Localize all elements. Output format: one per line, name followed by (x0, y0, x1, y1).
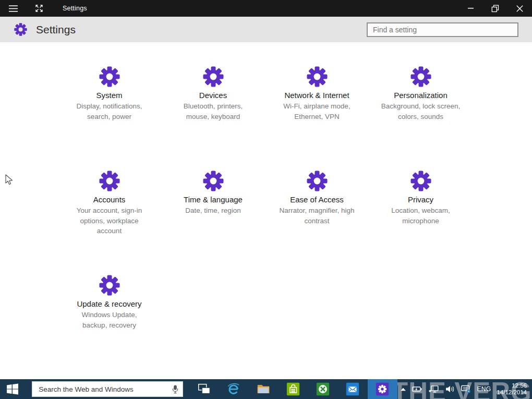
tile-privacy[interactable]: Privacy Location, webcam, microphone (369, 171, 473, 275)
tray-expand-button[interactable] (397, 379, 409, 399)
settings-content: System Display, notifications, search, p… (0, 42, 532, 379)
tile-description: Your account, sign-in options, workplace… (70, 205, 149, 236)
hamburger-menu-button[interactable] (4, 0, 22, 17)
gear-icon (410, 66, 431, 87)
taskbar-search-box[interactable] (32, 381, 183, 397)
expand-button[interactable] (30, 0, 48, 17)
gear-icon (307, 171, 328, 191)
mail-icon (345, 382, 360, 396)
app-header: Settings (0, 17, 532, 42)
tile-description: Narrator, magnifier, high contrast (271, 205, 364, 226)
clock[interactable]: 12:56 14/12/2014 (497, 382, 527, 396)
internet-explorer-icon (226, 382, 241, 396)
clock-time: 12:56 (497, 382, 527, 389)
settings-gear-icon (14, 23, 27, 36)
titlebar: Settings (0, 0, 532, 17)
settings-tile-grid: System Display, notifications, search, p… (57, 66, 473, 379)
store-button[interactable] (279, 379, 308, 399)
minimize-button[interactable] (458, 0, 483, 17)
xbox-button[interactable] (308, 379, 338, 399)
tile-label: Time & language (184, 195, 243, 204)
tile-label: Devices (199, 91, 227, 100)
expand-arrows-icon (35, 4, 43, 13)
tile-personalization[interactable]: Personalization Background, lock screen,… (369, 66, 473, 171)
gear-icon (99, 275, 120, 296)
tile-accounts[interactable]: Accounts Your account, sign-in options, … (57, 171, 161, 275)
taskbar: THE VERGE (0, 379, 532, 399)
tile-network-internet[interactable]: Network & Internet Wi-Fi, airplane mode,… (265, 66, 369, 171)
minimize-icon (468, 8, 474, 9)
windows-logo-icon (6, 383, 19, 395)
language-label: ENG (477, 385, 491, 393)
action-center-button[interactable] (458, 379, 474, 399)
tile-label: Personalization (394, 91, 448, 100)
battery-icon (412, 385, 422, 393)
gear-icon (203, 171, 224, 191)
clock-date: 14/12/2014 (497, 389, 527, 396)
tile-description: Wi-Fi, airplane mode, Ethernet, VPN (272, 101, 362, 122)
action-center-icon (461, 385, 471, 393)
microphone-icon[interactable] (172, 385, 178, 394)
system-tray: ENG 12:56 14/12/2014 (397, 379, 532, 399)
tray-expand-arrow-icon (401, 388, 406, 391)
hamburger-icon (9, 5, 18, 12)
gear-icon (307, 66, 328, 87)
tile-update-recovery[interactable]: Update & recovery Windows Update, backup… (57, 275, 161, 379)
tile-label: Ease of Access (290, 195, 344, 204)
tile-label: System (96, 91, 122, 100)
file-explorer-icon (256, 382, 271, 396)
close-icon (516, 5, 523, 12)
tile-system[interactable]: System Display, notifications, search, p… (57, 66, 161, 171)
find-setting-input[interactable] (367, 22, 518, 37)
internet-explorer-button[interactable] (219, 379, 249, 399)
taskbar-search-input[interactable] (33, 382, 172, 396)
task-view-button[interactable] (189, 379, 219, 399)
restore-icon (491, 5, 499, 13)
close-button[interactable] (507, 0, 532, 17)
window-controls (458, 0, 532, 17)
volume-icon (445, 385, 455, 393)
tile-time-language[interactable]: Time & language Date, time, region (161, 171, 265, 275)
tile-devices[interactable]: Devices Bluetooth, printers, mouse, keyb… (161, 66, 265, 171)
gear-icon (410, 171, 431, 191)
settings-app-button[interactable] (368, 379, 397, 399)
tile-label: Accounts (93, 195, 126, 204)
settings-icon (375, 382, 390, 396)
tile-description: Background, lock screen, colors, sounds (376, 101, 466, 122)
tile-description: Bluetooth, printers, mouse, keyboard (174, 101, 252, 122)
gear-icon (99, 171, 120, 191)
start-button[interactable] (0, 379, 25, 399)
store-icon (286, 382, 300, 396)
tile-label: Privacy (408, 195, 433, 204)
mail-button[interactable] (338, 379, 368, 399)
page-title: Settings (36, 23, 76, 36)
tile-description: Display, notifications, search, power (65, 101, 154, 122)
battery-button[interactable] (409, 379, 426, 399)
volume-button[interactable] (442, 379, 458, 399)
gear-icon (99, 66, 120, 87)
language-indicator[interactable]: ENG (474, 379, 494, 399)
network-button[interactable] (426, 379, 442, 399)
tile-ease-of-access[interactable]: Ease of Access Narrator, magnifier, high… (265, 171, 369, 275)
gear-icon (203, 66, 224, 87)
window-title: Settings (63, 5, 87, 12)
task-view-icon (197, 382, 211, 396)
tile-description: Location, webcam, microphone (376, 205, 466, 226)
tile-label: Update & recovery (77, 299, 141, 308)
file-explorer-button[interactable] (249, 379, 279, 399)
tile-description: Date, time, region (185, 205, 241, 216)
network-icon (429, 385, 439, 393)
tile-description: Windows Update, backup, recovery (77, 310, 142, 330)
mouse-cursor (5, 174, 13, 185)
xbox-icon (316, 382, 330, 396)
tile-label: Network & Internet (284, 91, 349, 100)
restore-button[interactable] (483, 0, 507, 17)
taskbar-apps (189, 379, 397, 399)
